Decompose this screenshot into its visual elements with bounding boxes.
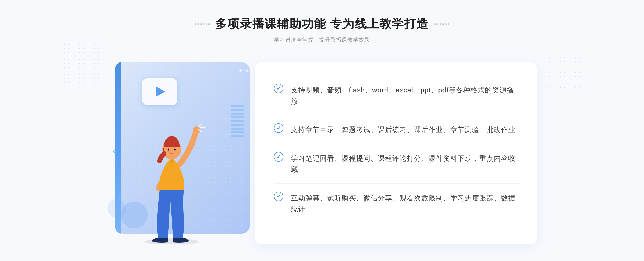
svg-line-8 <box>199 124 203 126</box>
feature-text-4: 互动弹幕、试听购买、微信分享、观看次数限制、学习进度跟踪、数据统计 <box>291 192 521 215</box>
feature-item-4: ✓ 互动弹幕、试听购买、微信分享、观看次数限制、学习进度跟踪、数据统计 <box>274 184 521 223</box>
check-icon-1: ✓ <box>274 84 283 93</box>
page-title: 多项录播课辅助功能 专为线上教学打造 <box>215 16 429 32</box>
chevrons-decoration: « <box>113 146 118 155</box>
header-section: 多项录播课辅助功能 专为线上教学打造 学习进度全掌握，提升录播课教学效果 <box>195 16 449 43</box>
feature-text-2: 支持章节目录、弹题考试、课后练习、课后作业、章节测验、批改作业 <box>291 123 515 136</box>
chevron-icon-left: « <box>113 146 118 155</box>
content-area: ✦ ✦ <box>107 57 537 244</box>
dots-decoration-right <box>547 48 585 91</box>
arrow-decoration: ✦ ✦ <box>238 68 250 74</box>
illustration-panel: ✦ ✦ <box>107 57 258 244</box>
play-icon <box>156 86 165 97</box>
svg-point-7 <box>174 149 176 151</box>
title-decorator-left <box>195 23 210 25</box>
svg-point-6 <box>168 149 169 151</box>
page-subtitle: 学习进度全掌握，提升录播课教学效果 <box>195 36 449 43</box>
stripe-decoration <box>231 105 244 137</box>
svg-line-9 <box>200 127 205 128</box>
feature-text-1: 支持视频、音频、flash、word、excel、ppt、pdf等各种格式的资源… <box>291 84 521 107</box>
features-panel: ✓ 支持视频、音频、flash、word、excel、ppt、pdf等各种格式的… <box>255 62 537 244</box>
feature-item-1: ✓ 支持视频、音频、flash、word、excel、ppt、pdf等各种格式的… <box>274 76 521 115</box>
play-bubble <box>142 78 177 105</box>
title-decorator-right <box>434 23 449 25</box>
check-icon-3: ✓ <box>274 152 283 162</box>
feature-text-3: 学习笔记回看、课程提问、课程评论打分、课件资料下载，重点内容收藏 <box>291 152 521 175</box>
page-wrapper: 多项录播课辅助功能 专为线上教学打造 学习进度全掌握，提升录播课教学效果 <box>0 0 644 261</box>
title-row: 多项录播课辅助功能 专为线上教学打造 <box>195 16 449 32</box>
feature-item-3: ✓ 学习笔记回看、课程提问、课程评论打分、课件资料下载，重点内容收藏 <box>274 144 521 184</box>
feature-item-2: ✓ 支持章节目录、弹题考试、课后练习、课后作业、章节测验、批改作业 <box>274 115 521 144</box>
check-icon-4: ✓ <box>274 192 283 201</box>
check-icon-2: ✓ <box>274 123 283 133</box>
dots-decoration-left <box>59 43 102 91</box>
